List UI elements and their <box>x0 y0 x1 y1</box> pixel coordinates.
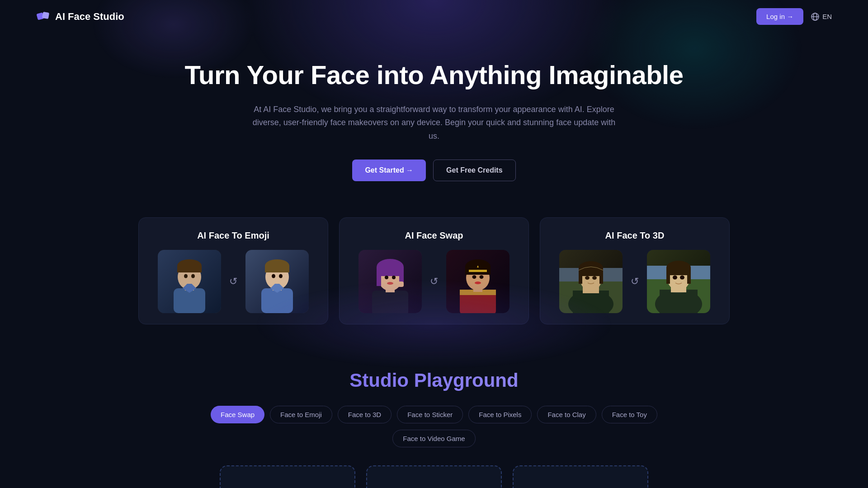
svg-rect-62 <box>599 275 603 284</box>
emoji-card-title: AI Face To Emoji <box>151 230 315 241</box>
logo[interactable]: AI Face Studio <box>36 9 124 24</box>
threed-card-images: ↺ <box>553 250 717 313</box>
hero-subtitle: At AI Face Studio, we bring you a straig… <box>249 103 619 143</box>
svg-point-13 <box>191 274 195 278</box>
tag-face-to-clay[interactable]: Face to Clay <box>537 406 596 423</box>
svg-point-48 <box>475 282 481 284</box>
svg-point-36 <box>387 282 393 285</box>
svg-rect-27 <box>372 291 408 313</box>
playground-tags-row2: Face to Video Game <box>36 430 832 447</box>
svg-point-35 <box>392 276 396 279</box>
svg-rect-76 <box>687 274 691 284</box>
tag-face-to-toy[interactable]: Face to Toy <box>602 406 657 423</box>
svg-rect-60 <box>579 268 603 276</box>
tag-face-to-sticker[interactable]: Face to Sticker <box>397 406 463 423</box>
swap-source-image <box>359 250 422 313</box>
threed-result-image <box>647 250 710 313</box>
logo-icon <box>36 9 51 24</box>
playground-title: Studio Playground <box>36 370 832 391</box>
svg-point-12 <box>184 274 188 278</box>
swap-card[interactable]: AI Face Swap <box>339 217 529 324</box>
svg-rect-49 <box>469 270 487 272</box>
language-selector[interactable]: EN <box>811 12 832 21</box>
language-label: EN <box>822 13 832 20</box>
svg-point-63 <box>585 276 590 280</box>
svg-point-78 <box>680 275 684 279</box>
threed-card-title: AI Face To 3D <box>553 230 717 241</box>
svg-rect-11 <box>177 266 202 272</box>
emoji-card-images: ↺ <box>151 250 315 313</box>
logo-text: AI Face Studio <box>55 11 124 23</box>
header: AI Face Studio Log in → EN <box>0 0 868 33</box>
svg-rect-61 <box>579 275 582 284</box>
svg-point-64 <box>592 276 597 280</box>
threed-arrow-icon: ↺ <box>631 276 639 287</box>
tag-face-to-pixels[interactable]: Face to Pixels <box>468 406 532 423</box>
svg-rect-37 <box>396 282 404 287</box>
svg-rect-75 <box>666 274 670 284</box>
hero-title: Turn Your Face into Anything Imaginable <box>9 60 859 90</box>
emoji-card[interactable]: AI Face To Emoji <box>138 217 328 324</box>
svg-rect-1 <box>42 11 49 19</box>
hero-buttons: Get Started → Get Free Credits <box>9 160 859 181</box>
playground-card-2[interactable] <box>366 465 502 488</box>
svg-point-47 <box>480 275 484 279</box>
swap-card-images: ↺ <box>352 250 516 313</box>
swap-arrow-icon: ↺ <box>430 276 438 287</box>
emoji-arrow-icon: ↺ <box>229 276 237 287</box>
tag-face-swap[interactable]: Face Swap <box>211 406 264 423</box>
svg-point-22 <box>272 274 275 278</box>
login-button[interactable]: Log in → <box>756 8 803 25</box>
svg-rect-21 <box>265 266 289 272</box>
svg-rect-74 <box>666 267 691 275</box>
playground-tags-row1: Face Swap Face to Emoji Face to 3D Face … <box>36 406 832 423</box>
emoji-source-image <box>158 250 221 313</box>
tag-face-to-3d[interactable]: Face to 3D <box>338 406 392 423</box>
swap-result-image <box>446 250 509 313</box>
hero-section: Turn Your Face into Anything Imaginable … <box>0 33 868 199</box>
header-right: Log in → EN <box>756 8 832 25</box>
svg-point-46 <box>472 275 476 279</box>
emoji-result-image <box>245 250 309 313</box>
svg-point-77 <box>673 275 677 279</box>
tag-face-to-video-game[interactable]: Face to Video Game <box>392 430 475 447</box>
swap-card-title: AI Face Swap <box>352 230 516 241</box>
threed-source-image <box>559 250 623 313</box>
playground-card-3[interactable] <box>513 465 648 488</box>
svg-point-23 <box>279 274 283 278</box>
svg-rect-56 <box>573 291 609 313</box>
get-started-button[interactable]: Get Started → <box>352 160 426 181</box>
globe-icon <box>811 12 820 21</box>
feature-cards-section: AI Face To Emoji <box>0 199 868 343</box>
playground-preview-cards <box>36 465 832 488</box>
threed-card[interactable]: AI Face To 3D <box>540 217 730 324</box>
playground-section: Studio Playground Face Swap Face to Emoj… <box>0 343 868 488</box>
get-free-credits-button[interactable]: Get Free Credits <box>433 160 515 181</box>
tag-face-to-emoji[interactable]: Face to Emoji <box>270 406 332 423</box>
playground-card-1[interactable] <box>220 465 355 488</box>
svg-point-34 <box>385 276 388 279</box>
svg-rect-32 <box>377 275 381 286</box>
